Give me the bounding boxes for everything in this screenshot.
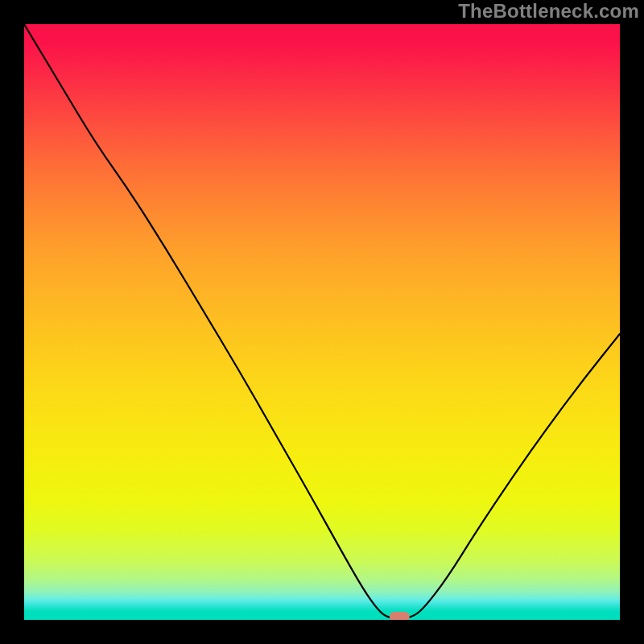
bottleneck-curve <box>24 24 620 618</box>
watermark-text: TheBottleneck.com <box>458 0 639 23</box>
plot-area <box>24 24 620 620</box>
optimum-marker <box>390 612 409 620</box>
chart-frame: TheBottleneck.com <box>0 0 644 644</box>
curve-layer <box>24 24 620 620</box>
